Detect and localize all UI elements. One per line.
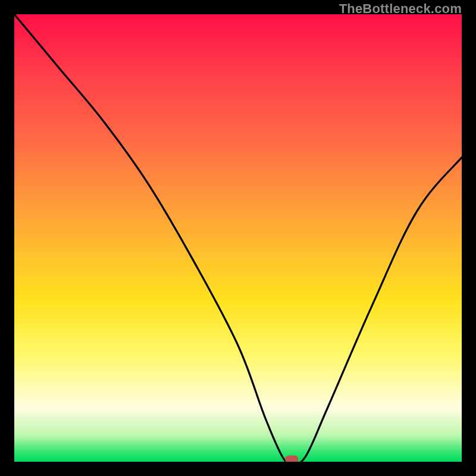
curve-svg (14, 14, 462, 462)
plot-area (14, 14, 462, 462)
minimum-marker (285, 456, 298, 462)
bottleneck-curve (14, 14, 462, 462)
chart-frame: TheBottleneck.com (0, 0, 476, 476)
